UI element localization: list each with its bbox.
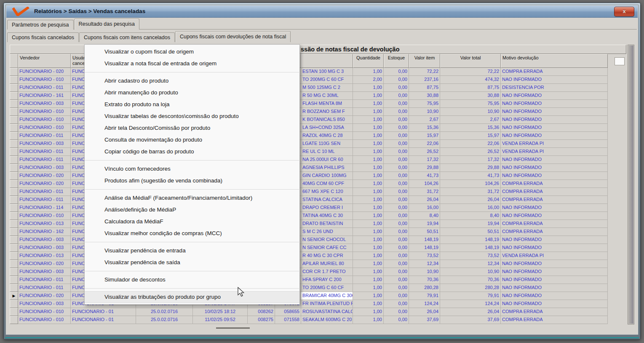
cell-estoque[interactable]: 0,00 <box>384 196 409 204</box>
cell-estoque[interactable]: 0,00 <box>384 236 409 244</box>
cell-valor_total[interactable]: 87,75 <box>440 84 501 92</box>
cell-produto[interactable]: STATINA CALCICA <box>301 196 353 204</box>
cell-motivo[interactable]: NAO INFORMADO <box>501 212 608 220</box>
cell-estoque[interactable]: 0,00 <box>384 172 409 180</box>
cell-valor_item[interactable]: 10,90 <box>409 268 440 276</box>
cell-valor_total[interactable]: 19,94 <box>440 220 501 228</box>
cell-quantidade[interactable]: 1,00 <box>353 164 384 172</box>
cell-valor_item[interactable]: 79,91 <box>409 292 440 300</box>
row-indicator[interactable] <box>10 116 18 124</box>
cell-motivo[interactable]: COMPRA ERRADA <box>501 316 608 324</box>
cell-motivo[interactable]: NAO INFORMADO <box>501 92 608 100</box>
cell-quantidade[interactable]: 1,00 <box>353 292 384 300</box>
column-header-estoque[interactable]: Estoque <box>384 54 409 68</box>
cell-vendedor[interactable]: FUNCIONARIO - 020 <box>18 180 71 188</box>
column-header-vendedor[interactable]: Vendedor <box>18 54 71 68</box>
cell-quantidade[interactable]: 1,00 <box>353 244 384 252</box>
cell-quantidade[interactable]: 1,00 <box>353 228 384 236</box>
cell-valor_item[interactable]: 29,88 <box>409 164 440 172</box>
menu-item-4[interactable]: Extrato do produto na loja <box>85 99 299 110</box>
cell-produto[interactable]: TO 200MG C 60 CF <box>301 284 353 292</box>
cell-valor_total[interactable]: 10,90 <box>440 108 501 116</box>
cell-valor_total[interactable]: 26,52 <box>440 148 501 156</box>
cell-valor_item[interactable]: 50,51 <box>409 228 440 236</box>
cell-valor_item[interactable]: 12,34 <box>409 260 440 268</box>
cell-quantidade[interactable]: 1,00 <box>353 220 384 228</box>
menu-item-18[interactable]: Visualizar as tributações do produto por… <box>85 291 299 303</box>
cell-motivo[interactable]: NAO INFORMADO <box>501 260 608 268</box>
cell-motivo[interactable]: NAO INFORMADO <box>501 156 608 164</box>
cell-estoque[interactable]: 0,00 <box>384 292 409 300</box>
cell-produto[interactable]: R 40 MG C 30 CPR <box>301 252 353 260</box>
row-indicator[interactable] <box>10 260 18 268</box>
cell-produto[interactable]: LA SH+COND 325A <box>301 124 353 132</box>
row-indicator[interactable] <box>10 132 18 140</box>
cell-valor_item[interactable]: 26,04 <box>409 196 440 204</box>
cell-quantidade[interactable]: 1,00 <box>353 156 384 164</box>
cell-valor_item[interactable]: 41,73 <box>409 172 440 180</box>
cell-vendedor[interactable]: FUNCIONARIO - 003 <box>18 244 71 252</box>
cell-produto[interactable]: COR CR 1.7 PRETO <box>301 268 353 276</box>
row-indicator[interactable] <box>10 284 18 292</box>
cell-valor_total[interactable]: 26,04 <box>440 196 501 204</box>
row-indicator[interactable] <box>10 84 18 92</box>
cell-motivo[interactable]: NAO INFORMADO <box>501 76 608 84</box>
cell-valor_total[interactable]: 73,52 <box>440 252 501 260</box>
cell-estoque[interactable]: 0,00 <box>384 268 409 276</box>
cell-versao[interactable]: 25.0.02.0716 <box>136 316 193 324</box>
cell-motivo[interactable]: COMPRA ERRADA <box>501 196 608 204</box>
cell-vendedor[interactable]: FUNCIONARIO - 114 <box>18 204 71 212</box>
row-indicator[interactable] <box>10 188 18 196</box>
cell-motivo[interactable]: NAO INFORMADO <box>501 244 608 252</box>
cell-produto[interactable]: K BOTANICALS 850 <box>301 116 353 124</box>
row-indicator[interactable] <box>10 196 18 204</box>
scrollbar-thumb[interactable] <box>628 46 633 324</box>
menu-item-1[interactable]: Visualizar a nota fiscal de entrada de o… <box>85 58 299 70</box>
cell-estoque[interactable]: 0,00 <box>384 244 409 252</box>
cell-usuario[interactable]: FUNCIONARIO - 01 <box>71 308 136 316</box>
cell-valor_item[interactable]: 37,69 <box>409 316 440 324</box>
cell-estoque[interactable]: 0,00 <box>384 108 409 116</box>
cell-motivo[interactable]: COMPRA ERRADA <box>501 220 608 228</box>
cell-motivo[interactable]: COMPRA ERRADA <box>501 228 608 236</box>
menu-item-2[interactable]: Abrir cadastro do produto <box>85 75 299 87</box>
cell-vendedor[interactable]: FUNCIONARIO - 011 <box>18 284 71 292</box>
cell-produto[interactable]: R 50 MG C 30ML <box>301 92 353 100</box>
cell-motivo[interactable]: VENDA ERRADA PI <box>501 252 608 260</box>
vertical-scrollbar[interactable] <box>628 45 634 324</box>
cell-valor_total[interactable]: 72,22 <box>440 68 501 76</box>
cell-valor_total[interactable]: 15,36 <box>440 124 501 132</box>
cell-vendedor[interactable]: FUNCIONARIO - 011 <box>18 148 71 156</box>
cell-produto[interactable]: DRAPO CREMER I <box>301 204 353 212</box>
cell-quantidade[interactable]: 1,00 <box>353 148 384 156</box>
cell-produto[interactable]: TATINA 40MG C 30 <box>301 212 353 220</box>
cell-valor_total[interactable]: 16,00 <box>440 204 501 212</box>
cell-vendedor[interactable]: FUNCIONARIO - 010 <box>18 116 71 124</box>
cell-valor_total[interactable]: 148,19 <box>440 244 501 252</box>
tab-main-0[interactable]: Parâmetros de pesquisa <box>7 20 74 29</box>
menu-item-15[interactable]: Visualizar pendência de entrada <box>85 245 299 257</box>
column-header-produto[interactable] <box>301 54 353 68</box>
cell-vendedor[interactable]: FUNCIONARIO - 003 <box>18 164 71 172</box>
row-indicator[interactable] <box>10 244 18 252</box>
cell-quantidade[interactable]: 1,00 <box>353 132 384 140</box>
cell-vendedor[interactable]: FUNCIONARIO - 011 <box>18 196 71 204</box>
column-header-valor_item[interactable]: Valor item <box>409 54 440 68</box>
cell-valor_item[interactable]: 26,52 <box>409 148 440 156</box>
cell-estoque[interactable]: 0,00 <box>384 132 409 140</box>
cell-valor_total[interactable]: 22,06 <box>440 140 501 148</box>
cell-produto[interactable]: S M C 26 UND <box>301 228 353 236</box>
cell-produto[interactable]: DRATO BETAISTIN <box>301 220 353 228</box>
row-indicator[interactable] <box>10 172 18 180</box>
cell-estoque[interactable]: 0,00 <box>384 156 409 164</box>
tab-sub-2[interactable]: Cupons fiscais com devoluções de nota fi… <box>175 31 291 42</box>
cell-quantidade[interactable]: 1,00 <box>353 196 384 204</box>
row-indicator[interactable] <box>10 220 18 228</box>
cell-produto[interactable]: AGNESIA PHILLIPS <box>301 164 353 172</box>
cell-valor_item[interactable]: 73,52 <box>409 252 440 260</box>
cell-vendedor[interactable]: FUNCIONARIO - 011 <box>18 188 71 196</box>
row-indicator[interactable] <box>10 252 18 260</box>
cell-estoque[interactable]: 0,00 <box>384 212 409 220</box>
row-indicator[interactable] <box>10 124 18 132</box>
menu-item-5[interactable]: Visualizar tabelas de descontos\comissão… <box>85 110 299 122</box>
